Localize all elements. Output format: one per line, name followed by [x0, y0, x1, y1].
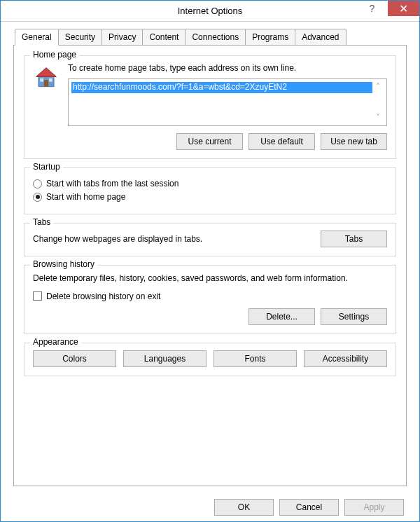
scroll-arrows[interactable]: ˄ ˅ — [372, 82, 384, 123]
languages-button[interactable]: Languages — [123, 350, 206, 367]
fonts-button[interactable]: Fonts — [214, 350, 297, 367]
homepage-url-text: http://searchfunmoods.com/?f=1&a=wbst&cd… — [71, 82, 372, 93]
tabs-desc: Change how webpages are displayed in tab… — [33, 234, 321, 244]
help-button[interactable]: ? — [356, 1, 388, 16]
radio-checked-icon — [33, 193, 42, 202]
homepage-desc: To create home page tabs, type each addr… — [68, 63, 387, 73]
homepage-title: Home page — [30, 50, 79, 60]
history-title: Browsing history — [30, 259, 97, 269]
delete-button[interactable]: Delete... — [248, 308, 315, 325]
use-default-button[interactable]: Use default — [248, 133, 315, 150]
tab-programs[interactable]: Programs — [245, 29, 295, 45]
close-button[interactable]: ✕ — [388, 1, 419, 16]
apply-button[interactable]: Apply — [344, 499, 404, 516]
settings-button[interactable]: Settings — [321, 308, 387, 325]
svg-rect-3 — [40, 78, 43, 82]
tab-privacy[interactable]: Privacy — [102, 29, 143, 45]
ok-button[interactable]: OK — [214, 499, 274, 516]
tab-panel-general: Home page To create home page tabs, type… — [13, 45, 407, 486]
accessibility-button[interactable]: Accessibility — [304, 350, 387, 367]
svg-rect-4 — [49, 78, 52, 82]
colors-button[interactable]: Colors — [33, 350, 116, 367]
tabs-group: Tabs Change how webpages are displayed i… — [24, 223, 396, 256]
internet-options-dialog: Internet Options ? ✕ General Security Pr… — [0, 0, 420, 522]
startup-title: Startup — [30, 162, 63, 172]
tab-connections[interactable]: Connections — [185, 29, 246, 45]
tab-general[interactable]: General — [15, 29, 59, 46]
startup-last-session-option[interactable]: Start with tabs from the last session — [33, 179, 387, 188]
delete-on-exit-label: Delete browsing history on exit — [46, 291, 160, 301]
startup-home-label: Start with home page — [46, 192, 125, 202]
scroll-down-icon[interactable]: ˅ — [372, 113, 384, 123]
homepage-group: Home page To create home page tabs, type… — [24, 55, 396, 159]
titlebar: Internet Options ? ✕ — [1, 1, 419, 22]
tabs-group-title: Tabs — [30, 217, 53, 227]
cancel-button[interactable]: Cancel — [279, 499, 339, 516]
startup-last-label: Start with tabs from the last session — [46, 179, 178, 188]
home-icon — [33, 64, 59, 91]
tab-content[interactable]: Content — [142, 29, 186, 45]
dialog-buttons: OK Cancel Apply — [13, 499, 407, 516]
startup-group: Startup Start with tabs from the last se… — [24, 167, 396, 214]
titlebar-buttons: ? ✕ — [356, 1, 419, 16]
svg-marker-1 — [36, 68, 57, 77]
use-current-button[interactable]: Use current — [176, 133, 243, 150]
history-group: Browsing history Delete temporary files,… — [24, 265, 396, 334]
history-desc: Delete temporary files, history, cookies… — [33, 273, 387, 284]
tab-security[interactable]: Security — [58, 29, 102, 45]
startup-home-option[interactable]: Start with home page — [33, 192, 387, 202]
window-title: Internet Options — [178, 6, 243, 16]
delete-on-exit-option[interactable]: Delete browsing history on exit — [33, 291, 387, 301]
radio-icon — [33, 179, 42, 188]
scroll-up-icon[interactable]: ˄ — [372, 82, 384, 92]
appearance-title: Appearance — [30, 337, 81, 347]
use-new-tab-button[interactable]: Use new tab — [321, 133, 387, 150]
homepage-url-input[interactable]: http://searchfunmoods.com/?f=1&a=wbst&cd… — [68, 78, 387, 126]
svg-rect-2 — [44, 80, 48, 87]
tab-advanced[interactable]: Advanced — [295, 29, 346, 45]
tabs-button[interactable]: Tabs — [321, 231, 387, 247]
appearance-group: Appearance Colors Languages Fonts Access… — [24, 343, 396, 376]
checkbox-icon — [33, 291, 42, 301]
content-area: General Security Privacy Content Connect… — [1, 22, 419, 522]
tab-strip: General Security Privacy Content Connect… — [15, 29, 407, 45]
